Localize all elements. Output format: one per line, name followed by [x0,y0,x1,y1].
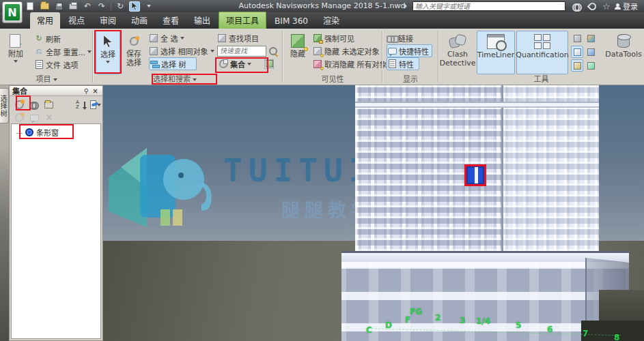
select-button[interactable]: 选择 [96,31,120,74]
street-shadow [581,321,644,341]
selection-tree-button[interactable]: 选择 树 [149,57,197,70]
select-all-button[interactable]: 全 选 [149,31,214,44]
appearance-profiler-button[interactable] [571,46,583,58]
tab-review[interactable]: 审阅 [93,12,123,29]
grid-label: FG [410,307,422,316]
duplicate-icon [15,113,24,122]
select-all-icon [149,33,158,43]
search-expand-arrow[interactable] [404,1,407,12]
hide-unselected-button[interactable]: 隐藏 未选定对象 [313,44,393,57]
quantification-button[interactable]: Quantification [516,31,568,74]
sets-panel-titlebar[interactable]: 集合 ⚲ × [10,86,102,96]
group-label-project[interactable]: 项目 [0,73,93,84]
hide-button[interactable]: 隐藏 [285,31,310,74]
properties-button[interactable]: 特性 [387,57,419,70]
reset-all-button[interactable]: ⎌ 全部 重置... [34,45,92,58]
appearance-profiler-icon [574,48,581,56]
add-comment-button[interactable] [29,113,40,123]
work-area: 选择树 集合 ⚲ × + AZ [0,85,644,341]
quick-properties-icon [387,46,397,56]
help-search-input[interactable] [412,1,565,11]
save-selection-as-set-button[interactable] [14,100,25,110]
append-button[interactable]: + 附加 [3,31,28,74]
building-corner-edge [501,85,503,255]
group-label-visibility[interactable]: 可见性 [283,73,382,84]
ribbon-tab-row: 常用 视点 审阅 动画 查看 输出 项目工具 BIM 360 渲染 [0,12,644,29]
find-items-button[interactable]: 查找项目 [217,31,278,44]
manage-sets-button[interactable] [264,59,274,69]
animator-icon [574,35,581,42]
selection-tree-side-tab[interactable]: 选择树 [0,88,9,123]
group-label-select-search[interactable]: 选择和搜索 [134,73,216,84]
tab-home[interactable]: 常用 [30,12,60,29]
quick-properties-button[interactable]: 快捷特性 [387,44,432,57]
save-set-icon [15,100,24,109]
quick-find-button[interactable] [268,46,278,56]
new-folder-button[interactable]: + [44,100,55,110]
timeliner-button[interactable]: TimeLiner [477,31,515,74]
sets-panel: 集合 ⚲ × + AZ ✕ [9,85,103,341]
save-selection-button[interactable]: 保存 选择 [122,31,146,74]
pin-icon[interactable]: ⚲ [82,87,91,95]
grid-label: 5 [516,321,521,330]
group-label-display[interactable]: 显示 [382,73,438,84]
datatools-button[interactable]: DataTools [605,31,642,74]
sign-in-button[interactable]: 登录 [615,1,638,12]
chevron-down-icon [14,60,18,63]
quick-find-input[interactable] [217,46,266,57]
tab-view[interactable]: 查看 [156,12,186,29]
delete-set-button[interactable]: ✕ [44,113,55,123]
save-search-as-set-button[interactable] [29,100,40,110]
tools-small-buttons [571,32,597,72]
set-label: 条形窗 [36,127,59,138]
refresh-model-button[interactable]: ↻ 刷新 [34,32,92,45]
ribbon-group-visibility: 隐藏 强制可见 隐藏 未选定对象 取消隐藏 所有对象 可见性 [283,29,382,85]
link-icon [387,33,396,43]
project-browser-button[interactable] [585,59,597,72]
select-same-button[interactable]: 选择 相同对象 [149,44,214,57]
tab-bim360[interactable]: BIM 360 [268,14,315,29]
favorites-button[interactable]: ☆ [602,1,611,12]
close-icon[interactable]: × [91,87,100,95]
scripter-button[interactable] [571,59,583,72]
duplicate-set-button[interactable] [14,113,25,123]
sets-icon [219,59,228,69]
import-export-button[interactable] [90,100,101,110]
sets-dropdown-button[interactable]: 集合 [217,57,253,70]
append-icon: + [7,32,25,50]
tab-viewpoint[interactable]: 视点 [61,12,92,29]
animator-button[interactable] [571,32,583,44]
clash-detective-button[interactable]: Clash Detective [441,31,474,74]
compare-button[interactable] [585,32,597,44]
tab-output[interactable]: 输出 [187,12,217,29]
grid-label: F [405,315,410,325]
grid-label: 8 [614,333,619,341]
unhide-all-button[interactable]: 取消隐藏 所有对象 [313,57,393,70]
viewport-3d[interactable]: TUITUISOFT 腿腿教学网 C D F FG 2 [103,85,644,341]
elephant-logo [107,147,223,228]
tab-animation[interactable]: 动画 [124,12,154,29]
selection-tree-icon [150,59,159,69]
search-button[interactable] [572,1,582,12]
find-items-icon [217,33,227,43]
tree-item-set[interactable]: — 条形窗 [12,124,100,139]
links-button[interactable]: 链接 [387,31,432,44]
sort-button[interactable]: AZ [75,100,86,110]
tab-render[interactable]: 渲染 [316,12,346,29]
hide-icon [289,32,307,50]
communication-center-button[interactable] [589,1,596,12]
tab-item-tools[interactable]: 项目工具 [219,12,266,29]
select-same-icon [149,46,158,56]
batch-utility-button[interactable] [585,46,597,58]
grid-label: 7 [583,329,588,338]
selected-window-element[interactable] [464,164,486,186]
application-menu-button[interactable]: N [2,1,23,23]
chevron-down-icon [53,78,57,81]
chevron-down-icon [193,78,197,81]
ribbon: + 附加 ↻ 刷新 ⎌ 全部 重置... 文件 选项 项目 [0,29,644,85]
require-visible-button[interactable]: 强制可见 [313,31,393,44]
compare-icon [587,35,595,42]
chevron-down-icon [87,50,92,53]
building-tower-right-face[interactable] [503,85,599,256]
file-options-button[interactable]: 文件 选项 [34,58,92,71]
